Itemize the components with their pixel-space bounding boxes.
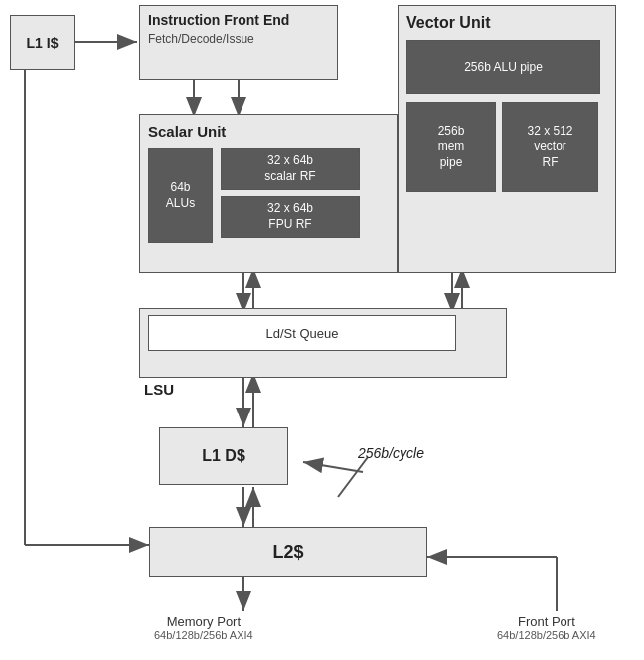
mem-256b-box: 256b mem pipe [406, 102, 496, 192]
vector-unit-box: Vector Unit 256b ALU pipe 256b mem pipe … [398, 5, 616, 273]
front-port-label: Front Port [497, 614, 596, 629]
scalar-unit-label: Scalar Unit [148, 123, 389, 140]
ife-label: Instruction Front End [148, 12, 329, 28]
fpu-rf-box: 32 x 64b FPU RF [221, 196, 360, 238]
vector-rf-box: 32 x 512 vector RF [502, 102, 598, 192]
front-port-sublabel: 64b/128b/256b AXI4 [497, 629, 596, 641]
l2-cache-box: L2$ [149, 527, 427, 577]
memory-port-container: Memory Port 64b/128b/256b AXI4 [154, 614, 253, 641]
memory-port-label: Memory Port [154, 614, 253, 629]
lsu-label: LSU [144, 381, 174, 398]
scalar-rf-box: 32 x 64b scalar RF [221, 148, 360, 190]
l2-cache-label: L2$ [272, 542, 303, 563]
fpu-rf-label: 32 x 64b FPU RF [267, 201, 313, 232]
ldst-queue-box: Ld/St Queue [148, 315, 456, 351]
alu-64b-label: 64b ALUs [166, 180, 195, 211]
alu-64b-box: 64b ALUs [148, 148, 213, 243]
scalar-unit-box: Scalar Unit 64b ALUs 32 x 64b scalar RF … [139, 114, 398, 273]
cycle-label: 256b/cycle [358, 445, 424, 461]
ife-box: Instruction Front End Fetch/Decode/Issue [139, 5, 338, 80]
lsu-box: Ld/St Queue [139, 308, 507, 378]
svg-line-17 [338, 457, 368, 497]
scalar-rf-label: 32 x 64b scalar RF [264, 153, 315, 184]
alu-256b-box: 256b ALU pipe [406, 40, 600, 94]
l1-dcache-label: L1 D$ [202, 447, 245, 465]
svg-line-18 [303, 462, 363, 472]
l1-icache-box: L1 I$ [10, 15, 75, 70]
mem-256b-label: 256b mem pipe [438, 124, 465, 171]
memory-port-sublabel: 64b/128b/256b AXI4 [154, 629, 253, 641]
l1-icache-label: L1 I$ [27, 35, 59, 51]
front-port-container: Front Port 64b/128b/256b AXI4 [497, 614, 596, 641]
l1-dcache-box: L1 D$ [159, 427, 288, 485]
ife-sublabel: Fetch/Decode/Issue [148, 32, 329, 46]
ldst-queue-label: Ld/St Queue [266, 326, 339, 341]
architecture-diagram: L1 I$ Instruction Front End Fetch/Decode… [0, 0, 644, 660]
alu-256b-label: 256b ALU pipe [464, 60, 543, 76]
vector-rf-label: 32 x 512 vector RF [527, 124, 572, 171]
vector-unit-label: Vector Unit [406, 14, 607, 32]
